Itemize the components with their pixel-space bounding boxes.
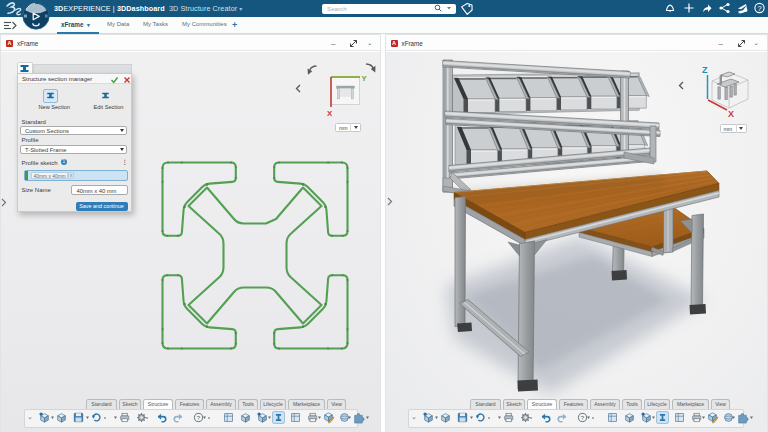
svg-text:X: X: [728, 109, 734, 119]
svg-text:Z: Z: [702, 65, 708, 75]
